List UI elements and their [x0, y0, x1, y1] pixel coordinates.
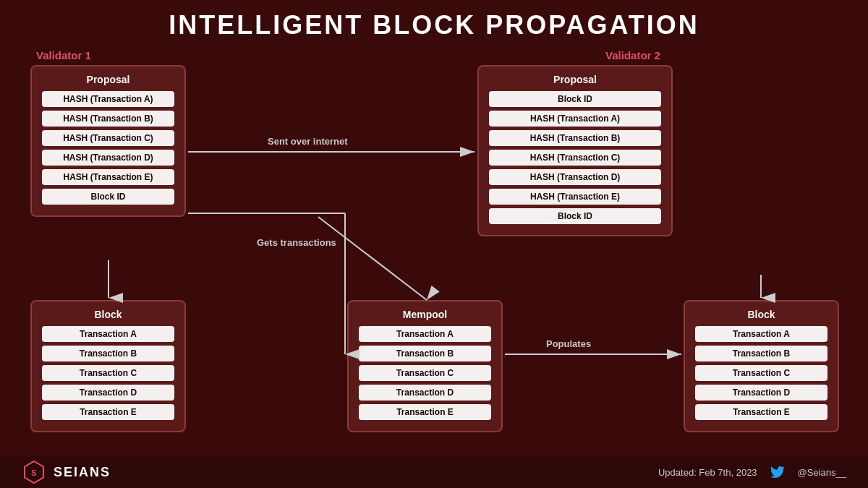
- footer-left: S SEIANS: [22, 460, 111, 484]
- mempool-tx-b: Transaction B: [359, 346, 491, 361]
- v2-tx-e: Transaction E: [695, 404, 827, 420]
- v1-hash-d: HASH (Transaction D): [42, 150, 174, 166]
- mempool-title: Mempool: [359, 309, 491, 320]
- seians-logo-icon: S: [22, 460, 46, 484]
- mempool-tx-d: Transaction D: [359, 385, 491, 401]
- footer-right: Updated: Feb 7th, 2023 @Seians__: [658, 466, 846, 478]
- mempool-tx-c: Transaction C: [359, 365, 491, 381]
- v2-hash-c: HASH (Transaction C): [489, 150, 661, 166]
- validator1-proposal-box: Proposal HASH (Transaction A) HASH (Tran…: [30, 65, 186, 217]
- validator1-block-box: Block Transaction A Transaction B Transa…: [30, 300, 186, 432]
- v1-hash-c: HASH (Transaction C): [42, 130, 174, 146]
- v2-tx-b: Transaction B: [695, 346, 827, 361]
- svg-text:Gets transactions: Gets transactions: [257, 237, 336, 248]
- v1-tx-c: Transaction C: [42, 365, 174, 381]
- validator2-label: Validator 2: [492, 49, 774, 61]
- v1-hash-e: HASH (Transaction E): [42, 169, 174, 185]
- svg-text:S: S: [31, 468, 36, 477]
- v1-tx-a: Transaction A: [42, 326, 174, 342]
- v1-tx-d: Transaction D: [42, 385, 174, 401]
- footer: S SEIANS Updated: Feb 7th, 2023 @Seians_…: [0, 456, 868, 488]
- v1-hash-b: HASH (Transaction B): [42, 111, 174, 127]
- v2-tx-c: Transaction C: [695, 365, 827, 381]
- v2-hash-d: HASH (Transaction D): [489, 169, 661, 185]
- mempool-tx-a: Transaction A: [359, 326, 491, 342]
- footer-brand-label: SEIANS: [54, 465, 111, 480]
- validator2-block-box: Block Transaction A Transaction B Transa…: [684, 300, 839, 432]
- v2-proposal-title: Proposal: [489, 74, 661, 85]
- v2-block-title: Block: [695, 309, 827, 320]
- page-title: INTELLIGENT BLOCK PROPAGATION: [0, 10, 868, 40]
- v2-tx-d: Transaction D: [695, 385, 827, 401]
- mempool-tx-e: Transaction E: [359, 404, 491, 420]
- svg-text:Populates: Populates: [546, 338, 591, 349]
- v2-hash-e: HASH (Transaction E): [489, 189, 661, 205]
- v1-block-id: Block ID: [42, 189, 174, 205]
- v2-hash-b: HASH (Transaction B): [489, 130, 661, 146]
- main-scene: INTELLIGENT BLOCK PROPAGATION Validator …: [0, 0, 868, 488]
- twitter-icon: [770, 466, 785, 478]
- v1-tx-b: Transaction B: [42, 346, 174, 361]
- footer-updated: Updated: Feb 7th, 2023: [658, 467, 757, 478]
- validator1-label: Validator 1: [36, 49, 91, 61]
- footer-twitter-handle: @Seians__: [798, 467, 846, 478]
- svg-line-4: [318, 217, 427, 300]
- v2-block-id-top: Block ID: [489, 91, 661, 107]
- svg-text:Sent over internet: Sent over internet: [268, 136, 348, 147]
- v1-proposal-title: Proposal: [42, 74, 174, 85]
- v1-tx-e: Transaction E: [42, 404, 174, 420]
- validator2-proposal-box: Proposal Block ID HASH (Transaction A) H…: [477, 65, 673, 236]
- v2-hash-a: HASH (Transaction A): [489, 111, 661, 127]
- v2-tx-a: Transaction A: [695, 326, 827, 342]
- v1-hash-a: HASH (Transaction A): [42, 91, 174, 107]
- v2-block-id-bottom: Block ID: [489, 208, 661, 224]
- mempool-box: Mempool Transaction A Transaction B Tran…: [347, 300, 503, 432]
- v1-block-title: Block: [42, 309, 174, 320]
